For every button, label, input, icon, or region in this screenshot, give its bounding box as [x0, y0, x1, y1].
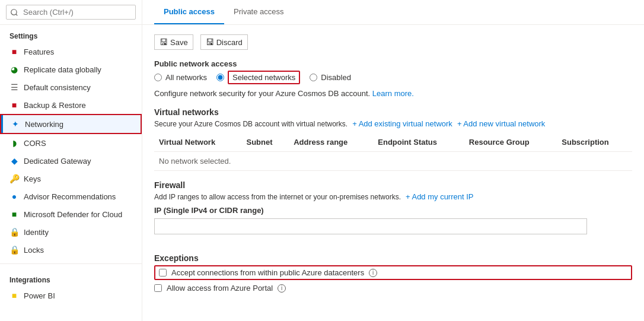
ip-label: IP (Single IPv4 or CIDR range) [154, 206, 632, 215]
sidebar-item-cors[interactable]: ◗ CORS [0, 134, 142, 152]
col-virtual-network: Virtual Network [154, 133, 242, 152]
public-access-description: Configure network security for your Azur… [154, 89, 370, 98]
save-label: Save [170, 38, 188, 47]
exception-row-azure-dc: Accept connections from within public Az… [154, 265, 632, 280]
sidebar-item-keys[interactable]: 🔑 Keys [0, 170, 142, 187]
info-icon-azure-dc[interactable]: i [369, 269, 377, 277]
radio-disabled-input[interactable] [310, 74, 317, 81]
features-icon: ■ [9, 47, 19, 56]
col-subnet: Subnet [242, 133, 289, 152]
virtual-networks-title: Virtual networks [154, 107, 632, 117]
firewall-description: Add IP ranges to allow access from the i… [154, 193, 401, 201]
public-access-label: Public network access [154, 59, 632, 68]
locks-label: Locks [24, 246, 44, 255]
public-access-desc: Configure network security for your Azur… [154, 89, 632, 98]
replicate-label: Replicate data globally [24, 65, 101, 74]
table-row-empty: No network selected. [154, 152, 632, 171]
keys-icon: 🔑 [9, 174, 19, 183]
sidebar-item-locks[interactable]: 🔒 Locks [0, 241, 142, 259]
identity-icon: 🔒 [9, 227, 19, 237]
col-endpoint-status: Endpoint Status [373, 133, 464, 152]
tab-public-access[interactable]: Public access [154, 0, 224, 24]
replicate-icon: ◕ [9, 65, 19, 74]
discard-button[interactable]: 🖫 Discard [200, 34, 248, 50]
powerbi-label: Power BI [24, 291, 55, 300]
cors-icon: ◗ [9, 138, 19, 148]
sidebar-item-networking[interactable]: ✦ Networking [0, 114, 142, 134]
sidebar-item-gateway[interactable]: ◆ Dedicated Gateway [0, 152, 142, 170]
info-icon-azure-portal[interactable]: i [278, 284, 286, 293]
search-input[interactable] [6, 5, 136, 20]
radio-all-networks[interactable]: All networks [154, 73, 207, 82]
ip-input[interactable] [154, 218, 587, 234]
vnet-description: Secure your Azure Cosmos DB account with… [154, 120, 347, 128]
defender-icon: ■ [9, 209, 19, 219]
radio-selected-networks-input[interactable] [216, 74, 224, 81]
tab-private-access[interactable]: Private access [224, 0, 294, 24]
sidebar-item-defender[interactable]: ■ Microsoft Defender for Cloud [0, 205, 142, 223]
backup-icon: ■ [9, 100, 19, 110]
discard-icon: 🖫 [206, 37, 214, 47]
advisor-icon: ● [9, 192, 19, 201]
virtual-networks-desc: Secure your Azure Cosmos DB account with… [154, 119, 632, 128]
sidebar-item-identity[interactable]: 🔒 Identity [0, 223, 142, 241]
exceptions-section: Exceptions Accept connections from withi… [154, 253, 632, 293]
toolbar: 🖫 Save 🖫 Discard [154, 34, 632, 50]
exception-azure-portal-label: Allow access from Azure Portal [167, 284, 273, 293]
advisor-label: Advisor Recommendations [24, 192, 116, 201]
radio-all-networks-label: All networks [165, 73, 207, 82]
firewall-desc: Add IP ranges to allow access from the i… [154, 192, 632, 201]
radio-all-networks-input[interactable] [154, 74, 162, 81]
save-icon: 🖫 [160, 37, 168, 47]
col-subscription: Subscription [557, 133, 632, 152]
sidebar-item-powerbi[interactable]: ■ Power BI [0, 287, 142, 304]
no-network-msg: No network selected. [154, 152, 632, 171]
main-content: Public access Private access 🖫 Save 🖫 Di… [142, 0, 644, 321]
networking-icon: ✦ [11, 119, 20, 129]
content-area: 🖫 Save 🖫 Discard Public network access A… [142, 25, 644, 306]
radio-disabled[interactable]: Disabled [310, 73, 351, 82]
networking-label: Networking [25, 120, 63, 129]
firewall-title: Firewall [154, 180, 632, 190]
locks-icon: 🔒 [9, 245, 19, 255]
gateway-label: Dedicated Gateway [24, 157, 91, 166]
exception-row-azure-portal: Allow access from Azure Portal i [154, 284, 632, 293]
save-button[interactable]: 🖫 Save [154, 34, 193, 50]
exception-azure-dc-label: Accept connections from within public Az… [171, 268, 364, 277]
sidebar-item-backup[interactable]: ■ Backup & Restore [0, 96, 142, 114]
features-label: Features [24, 47, 54, 56]
exception-azure-dc-checkbox[interactable] [159, 269, 167, 276]
defender-label: Microsoft Defender for Cloud [24, 210, 122, 219]
settings-section-label: Settings [0, 25, 142, 43]
radio-selected-networks[interactable]: Selected networks [216, 71, 300, 84]
backup-label: Backup & Restore [24, 101, 86, 110]
add-new-vnet-link[interactable]: + Add new virtual network [457, 119, 546, 128]
cors-label: CORS [24, 139, 46, 148]
exceptions-title: Exceptions [154, 253, 632, 263]
add-current-ip-link[interactable]: + Add my current IP [406, 192, 474, 201]
exception-azure-portal-checkbox[interactable] [154, 284, 162, 292]
sidebar: Settings ■ Features ◕ Replicate data glo… [0, 0, 142, 321]
tab-bar: Public access Private access [142, 0, 644, 25]
firewall-section: Firewall Add IP ranges to allow access f… [154, 180, 632, 244]
consistency-label: Default consistency [24, 83, 91, 92]
add-existing-vnet-link[interactable]: + Add existing virtual network [352, 119, 452, 128]
discard-label: Discard [216, 38, 243, 47]
learn-more-link[interactable]: Learn more. [372, 89, 414, 98]
consistency-icon: ☰ [9, 82, 19, 92]
selected-networks-label: Selected networks [228, 71, 300, 84]
network-access-radio-group: All networks Selected networks Disabled [154, 71, 632, 84]
sidebar-item-replicate[interactable]: ◕ Replicate data globally [0, 61, 142, 78]
identity-label: Identity [24, 228, 49, 237]
col-resource-group: Resource Group [464, 133, 557, 152]
search-area[interactable] [0, 0, 142, 25]
integrations-section-label: Integrations [0, 269, 142, 287]
sidebar-item-advisor[interactable]: ● Advisor Recommendations [0, 187, 142, 205]
sidebar-item-consistency[interactable]: ☰ Default consistency [0, 78, 142, 96]
col-address-range: Address range [289, 133, 373, 152]
sidebar-item-features[interactable]: ■ Features [0, 43, 142, 61]
vnet-table: Virtual Network Subnet Address range End… [154, 133, 632, 171]
powerbi-icon: ■ [9, 291, 19, 300]
sidebar-divider [0, 263, 142, 264]
radio-disabled-label: Disabled [321, 73, 351, 82]
